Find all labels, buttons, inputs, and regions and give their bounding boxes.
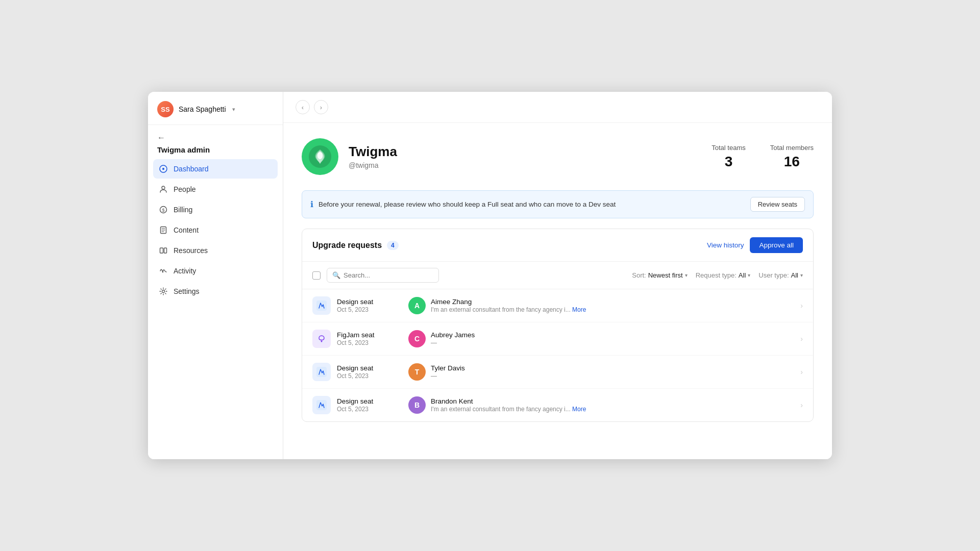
seat-type-icon [312, 296, 331, 315]
total-teams-value: 3 [712, 154, 745, 170]
user-info-group: B Brandon Kent I'm an external consultan… [408, 396, 796, 414]
renewal-banner: ℹ Before your renewal, please review who… [302, 190, 814, 218]
user-avatar: C [408, 330, 426, 347]
user-name: Brandon Kent [431, 397, 796, 405]
sort-label: Sort: [632, 271, 646, 279]
back-arrow-icon: ← [157, 133, 165, 142]
row-chevron-icon: › [800, 335, 803, 343]
search-box: 🔍 [327, 268, 439, 283]
banner-text: Before your renewal, please review who s… [318, 201, 745, 208]
request-type-filter[interactable]: Request type: All ▾ [696, 271, 751, 279]
sidebar-item-billing[interactable]: $ Billing [153, 200, 278, 219]
seat-type-name: Design seat [337, 397, 408, 405]
org-stats: Total teams 3 Total members 16 [712, 144, 814, 170]
sidebar-item-label-billing: Billing [174, 206, 192, 214]
seat-type-name: FigJam seat [337, 331, 408, 339]
info-icon: ℹ [310, 199, 313, 209]
seat-request-date: Oct 5, 2023 [337, 406, 408, 413]
avatar: SS [157, 101, 174, 117]
org-info: Twigma @twigma [349, 144, 701, 169]
dashboard-icon [158, 164, 168, 174]
app-window: SS Sara Spaghetti ▾ ← Twigma admin Dashb… [148, 92, 832, 459]
org-header: Twigma @twigma Total teams 3 Total membe… [302, 138, 814, 175]
user-description: I'm an external consultant from the fanc… [431, 306, 796, 313]
total-members-label: Total members [770, 144, 814, 152]
row-chevron-icon: › [800, 401, 803, 409]
user-name: Aubrey James [431, 331, 796, 339]
request-type-value: All [739, 271, 746, 279]
svg-point-10 [317, 152, 323, 159]
requests-header-actions: View history Approve all [707, 237, 803, 253]
review-seats-button[interactable]: Review seats [750, 197, 805, 212]
back-nav-button[interactable]: ‹ [296, 100, 310, 114]
user-menu[interactable]: SS Sara Spaghetti ▾ [148, 92, 283, 125]
user-info: Aubrey James — [431, 331, 796, 346]
view-history-link[interactable]: View history [707, 241, 744, 249]
requests-list: Design seat Oct 5, 2023 A Aimee Zhang I'… [302, 289, 813, 421]
svg-rect-7 [164, 248, 167, 253]
people-icon [158, 184, 168, 194]
request-type-chevron-icon: ▾ [748, 272, 750, 278]
user-type-chevron-icon: ▾ [800, 272, 803, 278]
sidebar-item-resources[interactable]: Resources [153, 241, 278, 260]
table-row[interactable]: FigJam seat Oct 5, 2023 C Aubrey James —… [302, 322, 813, 356]
user-info-group: C Aubrey James — [408, 330, 796, 347]
seat-request-date: Oct 5, 2023 [337, 306, 408, 313]
user-avatar: A [408, 297, 426, 314]
user-description: — [431, 372, 796, 380]
topbar: ‹ › [283, 92, 832, 123]
seat-type-name: Design seat [337, 364, 408, 372]
activity-icon [158, 266, 168, 276]
total-teams-label: Total teams [712, 144, 745, 152]
forward-nav-button[interactable]: › [314, 100, 328, 114]
svg-point-2 [162, 186, 165, 189]
approve-all-button[interactable]: Approve all [750, 237, 803, 253]
seat-info: Design seat Oct 5, 2023 [337, 397, 408, 413]
sidebar-item-label-settings: Settings [174, 287, 200, 295]
sidebar-item-content[interactable]: Content [153, 220, 278, 240]
sidebar-item-label-content: Content [174, 226, 199, 234]
sidebar: SS Sara Spaghetti ▾ ← Twigma admin Dashb… [148, 92, 283, 459]
table-row[interactable]: Design seat Oct 5, 2023 B Brandon Kent I… [302, 389, 813, 421]
sidebar-item-dashboard[interactable]: Dashboard [153, 159, 278, 179]
sort-chevron-icon: ▾ [685, 272, 688, 278]
sidebar-item-label-people: People [174, 185, 196, 193]
sidebar-item-activity[interactable]: Activity [153, 261, 278, 281]
settings-icon [158, 286, 168, 296]
table-row[interactable]: Design seat Oct 5, 2023 A Aimee Zhang I'… [302, 289, 813, 322]
content-icon [158, 225, 168, 235]
back-button[interactable]: ← [157, 133, 274, 142]
seat-request-date: Oct 5, 2023 [337, 372, 408, 380]
user-name: Sara Spaghetti [179, 105, 226, 113]
svg-point-8 [162, 290, 165, 293]
requests-header: Upgrade requests 4 View history Approve … [302, 229, 813, 262]
requests-badge: 4 [387, 241, 399, 250]
request-type-label: Request type: [696, 271, 737, 279]
user-info-group: T Tyler Davis — [408, 363, 796, 381]
user-type-value: All [791, 271, 798, 279]
user-info: Brandon Kent I'm an external consultant … [431, 397, 796, 413]
total-teams-stat: Total teams 3 [712, 144, 745, 170]
user-avatar: T [408, 363, 426, 381]
more-link[interactable]: More [572, 306, 586, 313]
sidebar-item-label-resources: Resources [174, 246, 208, 255]
more-link[interactable]: More [572, 406, 586, 413]
svg-rect-12 [316, 334, 327, 344]
sidebar-item-people[interactable]: People [153, 180, 278, 199]
org-logo [302, 138, 338, 175]
sort-filter[interactable]: Sort: Newest first ▾ [632, 271, 687, 279]
search-icon: 🔍 [332, 271, 340, 279]
select-all-checkbox[interactable] [312, 271, 321, 280]
table-row[interactable]: Design seat Oct 5, 2023 T Tyler Davis — … [302, 356, 813, 389]
row-chevron-icon: › [800, 368, 803, 376]
sidebar-item-settings[interactable]: Settings [153, 282, 278, 301]
search-input[interactable] [344, 271, 415, 279]
content-area: Twigma @twigma Total teams 3 Total membe… [283, 123, 832, 459]
main-content: ‹ › Twigma @twigma [283, 92, 832, 459]
total-members-stat: Total members 16 [770, 144, 814, 170]
seat-info: Design seat Oct 5, 2023 [337, 298, 408, 313]
user-type-filter[interactable]: User type: All ▾ [758, 271, 803, 279]
user-description: — [431, 339, 796, 346]
svg-point-1 [162, 168, 164, 170]
user-name: Tyler Davis [431, 364, 796, 372]
